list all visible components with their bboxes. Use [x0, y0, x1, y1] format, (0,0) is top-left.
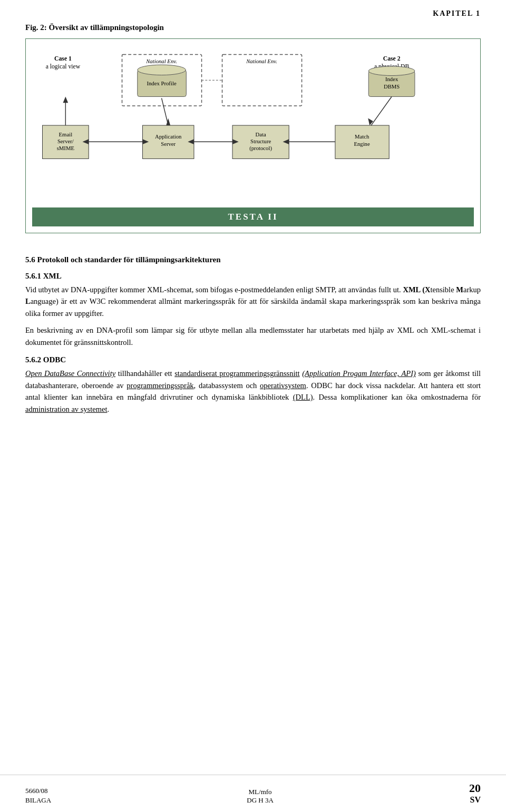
- footer-page-number: 20: [469, 781, 481, 795]
- email-server-label-2: Server/: [57, 138, 74, 144]
- testa-banner: TESTA II: [32, 207, 474, 226]
- index-dbms-label-1: Index: [385, 76, 398, 82]
- footer-center-bottom: DG H 3A: [247, 796, 274, 805]
- arrow-email-up-head: [63, 96, 68, 103]
- index-dbms-top: [368, 66, 415, 76]
- page-footer: 5660/08 BILAGA ML/mfo DG H 3A 20 SV: [0, 775, 506, 812]
- para-5-6-2-1: Open DataBase Connectivity tillhandahåll…: [25, 368, 481, 415]
- email-server-label-1: Email: [59, 131, 73, 137]
- match-engine-label-2: Engine: [354, 141, 370, 147]
- section-5-6-heading: 5.6 Protokoll och standarder för tillämp…: [25, 255, 481, 264]
- content: 5.6 Protokoll och standarder för tillämp…: [0, 246, 506, 775]
- page: KAPITEL 1 Fig. 2: Översikt av tillämpnin…: [0, 0, 506, 812]
- footer-left: 5660/08 BILAGA: [25, 787, 51, 805]
- footer-center-top: ML/mfo: [247, 788, 274, 796]
- index-profile-label: Index Profile: [147, 80, 176, 86]
- case1-sublabel: a logical view: [46, 63, 81, 70]
- case1-label: Case 1: [54, 55, 72, 62]
- diagram-svg: Case 1 a logical view National Env. Inde…: [32, 47, 474, 205]
- arrow-profile-app: [162, 98, 169, 125]
- footer-lang: SV: [469, 795, 481, 805]
- para-5-6-1-1: Vid utbytet av DNA-uppgifter kommer XML-…: [25, 284, 481, 319]
- footer-doc-number: 5660/08: [25, 787, 51, 795]
- data-structure-label-1: Data: [256, 131, 266, 137]
- case2-label: Case 2: [383, 55, 401, 62]
- page-header: KAPITEL 1: [0, 0, 506, 18]
- diagram-container: Case 1 a logical view National Env. Inde…: [25, 38, 481, 233]
- data-structure-label-2: Structure: [250, 138, 271, 144]
- match-engine-label-1: Match: [355, 133, 369, 140]
- email-server-label-3: sMIME: [57, 145, 74, 151]
- footer-center: ML/mfo DG H 3A: [247, 788, 274, 805]
- data-structure-label-3: (protocol): [249, 145, 272, 152]
- national-env1-label: National Env.: [145, 58, 177, 64]
- section-5-6-2-heading: 5.6.2 ODBC: [25, 355, 481, 364]
- index-dbms-label-2: DBMS: [384, 83, 400, 90]
- app-server-label-2: Server: [161, 141, 176, 147]
- index-profile-top: [138, 65, 186, 75]
- national-env2-label: National Env.: [246, 58, 277, 64]
- app-server-label-1: Application: [155, 133, 182, 140]
- arrow-dbms-match: [371, 96, 392, 125]
- para-5-6-1-2: En beskrivning av en DNA-profil som lämp…: [25, 324, 481, 348]
- figure-title: Fig. 2: Översikt av tillämpningstopologi…: [0, 23, 506, 32]
- arrow-dbms-match-head: [368, 118, 373, 125]
- footer-doc-type: BILAGA: [25, 796, 51, 805]
- section-5-6-1-heading: 5.6.1 XML: [25, 272, 481, 281]
- footer-right: 20 SV: [469, 781, 481, 805]
- chapter-label: KAPITEL 1: [433, 9, 481, 18]
